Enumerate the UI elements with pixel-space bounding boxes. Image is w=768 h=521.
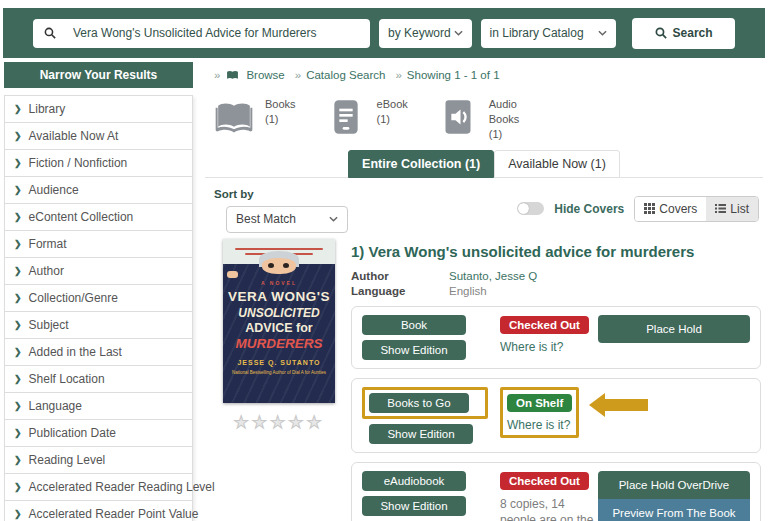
facet-reading-level[interactable]: ❯Reading Level: [4, 447, 193, 474]
cover-hand-art: [227, 271, 238, 278]
search-input[interactable]: [71, 25, 359, 41]
format-ebook[interactable]: eBook (1): [326, 97, 408, 142]
breadcrumb-separator: »: [295, 69, 301, 81]
where-is-it-link[interactable]: Where is it?: [507, 418, 572, 432]
highlight-box: Books to Go: [362, 387, 488, 419]
format-eaudiobook-button[interactable]: eAudiobook: [362, 471, 466, 491]
facet-sidebar: Narrow Your Results ❯Library ❯Available …: [0, 62, 196, 521]
result-details: 1) Vera Wong's unsolicited advice for mu…: [351, 239, 763, 521]
cover-body: A NOVEL VERA WONG'S UNSOLICITED ADVICE f…: [223, 264, 335, 403]
audiobook-icon: [438, 97, 478, 137]
facet-author[interactable]: ❯Author: [4, 258, 193, 285]
author-link[interactable]: Sutanto, Jesse Q: [449, 270, 537, 282]
tab-available-now[interactable]: Available Now (1): [494, 150, 620, 178]
facet-library[interactable]: ❯Library: [4, 96, 193, 123]
facet-econtent-collection[interactable]: ❯eContent Collection: [4, 204, 193, 231]
cover-face-art: [257, 251, 301, 277]
toggle-knob: [518, 203, 529, 214]
chevron-right-icon: ❯: [14, 158, 22, 168]
format-audio-books[interactable]: Audio Books (1): [438, 97, 531, 142]
format-books[interactable]: Books (1): [214, 97, 296, 142]
facet-language[interactable]: ❯Language: [4, 393, 193, 420]
search-header: by Keyword in Library Catalog Search: [3, 8, 765, 58]
chevron-right-icon: ❯: [14, 455, 22, 465]
status-badge-checked-out: Checked Out: [500, 316, 589, 334]
star-rating[interactable]: ★★★★★: [223, 412, 335, 433]
facet-subject[interactable]: ❯Subject: [4, 312, 193, 339]
facet-ar-reading-level[interactable]: ❯Accelerated Reader Reading Level: [4, 474, 193, 501]
where-is-it-link[interactable]: Where is it?: [500, 340, 589, 354]
status-badge-checked-out: Checked Out: [500, 472, 589, 490]
chevron-right-icon: ❯: [14, 266, 22, 276]
breadcrumb-browse[interactable]: Browse: [246, 69, 284, 81]
facet-added-in-the-last[interactable]: ❯Added in the Last: [4, 339, 193, 366]
facet-shelf-location[interactable]: ❯Shelf Location: [4, 366, 193, 393]
facet-label: Collection/Genre: [29, 291, 118, 305]
manifestation-card-book: Book Show Edition Checked Out Where is i…: [351, 306, 761, 369]
facet-fiction-nonfiction[interactable]: ❯Fiction / Nonfiction: [4, 150, 193, 177]
list-label: List: [730, 202, 749, 216]
result-title-link[interactable]: 1) Vera Wong's unsolicited advice for mu…: [351, 243, 761, 260]
facet-label: Audience: [29, 183, 79, 197]
facet-label: Reading Level: [29, 453, 106, 467]
facet-list: ❯Library ❯Available Now At ❯Fiction / No…: [4, 95, 193, 521]
facet-label: Library: [29, 102, 66, 116]
format-label: Audio Books: [489, 97, 531, 127]
highlight-box: On Shelf Where is it?: [500, 387, 579, 438]
show-edition-button[interactable]: Show Edition: [362, 340, 466, 360]
format-book-button[interactable]: Book: [362, 315, 466, 335]
search-scope-select[interactable]: in Library Catalog: [481, 19, 617, 48]
search-box[interactable]: [33, 19, 370, 48]
facet-audience[interactable]: ❯Audience: [4, 177, 193, 204]
cover-title-line: MURDERERS: [223, 336, 335, 353]
search-button[interactable]: Search: [632, 18, 735, 49]
covers-view-button[interactable]: Covers: [635, 197, 706, 221]
facet-label: Subject: [29, 318, 69, 332]
hide-covers-toggle[interactable]: [517, 202, 544, 215]
chevron-down-icon: [598, 30, 607, 36]
search-type-select[interactable]: by Keyword: [379, 19, 472, 48]
facet-collection-genre[interactable]: ❯Collection/Genre: [4, 285, 193, 312]
chevron-right-icon: ❯: [14, 347, 22, 357]
cover-column: A NOVEL VERA WONG'S UNSOLICITED ADVICE f…: [223, 239, 335, 521]
chevron-right-icon: ❯: [14, 482, 22, 492]
format-books-to-go-button[interactable]: Books to Go: [369, 393, 469, 413]
facet-available-now-at[interactable]: ❯Available Now At: [4, 123, 193, 150]
search-button-label: Search: [673, 26, 713, 40]
format-count: (1): [265, 112, 296, 127]
view-controls: Hide Covers Covers List: [517, 196, 759, 222]
cover-tagline: National Bestselling Author of Dial A fo…: [223, 370, 335, 376]
facet-format[interactable]: ❯Format: [4, 231, 193, 258]
chevron-right-icon: ❯: [14, 212, 22, 222]
chevron-right-icon: ❯: [14, 185, 22, 195]
breadcrumb-catalog-search[interactable]: Catalog Search: [306, 69, 385, 81]
grid-icon: [644, 203, 655, 214]
author-label: Author: [351, 270, 449, 282]
hide-covers-label: Hide Covers: [554, 202, 624, 216]
collection-tabs: Entire Collection (1) Available Now (1): [205, 150, 763, 178]
preview-from-book-button[interactable]: Preview From The Book: [598, 499, 750, 521]
list-view-button[interactable]: List: [706, 197, 758, 221]
cover-author: JESSE Q. SUTANTO: [223, 359, 335, 368]
chevron-right-icon: ❯: [14, 104, 22, 114]
facet-publication-date[interactable]: ❯Publication Date: [4, 420, 193, 447]
book-icon: [226, 70, 239, 81]
show-edition-button[interactable]: Show Edition: [369, 424, 473, 444]
cover-title-line: UNSOLICITED: [223, 306, 335, 321]
sort-by-label: Sort by: [214, 188, 348, 200]
place-hold-overdrive-button[interactable]: Place Hold OverDrive: [598, 471, 750, 500]
cover-title-line: ADVICE for: [223, 321, 335, 337]
list-icon: [715, 203, 726, 214]
ereader-icon: [326, 97, 366, 137]
format-label: Books: [265, 97, 296, 112]
place-hold-button[interactable]: Place Hold: [598, 315, 750, 344]
facet-ar-point-value[interactable]: ❯Accelerated Reader Point Value: [4, 501, 193, 521]
view-mode-group: Covers List: [634, 196, 759, 222]
chevron-down-icon: [454, 30, 463, 36]
sidebar-title: Narrow Your Results: [4, 62, 193, 88]
tab-entire-collection[interactable]: Entire Collection (1): [348, 150, 494, 178]
sort-select[interactable]: Best Match: [226, 206, 348, 233]
book-cover[interactable]: A NOVEL VERA WONG'S UNSOLICITED ADVICE f…: [223, 239, 335, 403]
show-edition-button[interactable]: Show Edition: [362, 496, 466, 516]
cover-title-line: VERA WONG'S: [223, 289, 335, 306]
